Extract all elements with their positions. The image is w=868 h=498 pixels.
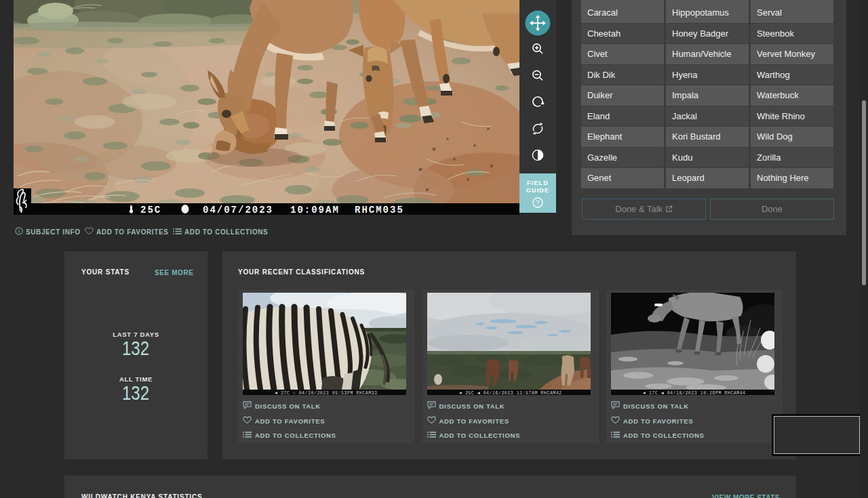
- svg-text:◄ 25C ◀ 04/16/2023 11:57AM RHC: ◄ 25C ◀ 04/16/2023 11:57AM RHCAM42: [459, 390, 562, 395]
- svg-text:04/07/2023: 04/07/2023: [203, 205, 273, 215]
- svg-text:RHCM035: RHCM035: [355, 205, 404, 215]
- svg-text:10:09AM: 10:09AM: [290, 205, 340, 215]
- svg-text:◄ 17C ◀ 04/18/2023 10:26PM RHC: ◄ 17C ◀ 04/18/2023 10:26PM RHCAM44: [643, 390, 746, 395]
- svg-text:?: ?: [536, 199, 539, 206]
- svg-text:◄ 27C ○ 04/20/2023 05:53PM RHC: ◄ 27C ○ 04/20/2023 05:53PM RHCAM33: [275, 390, 378, 395]
- svg-text:25C: 25C: [140, 205, 161, 215]
